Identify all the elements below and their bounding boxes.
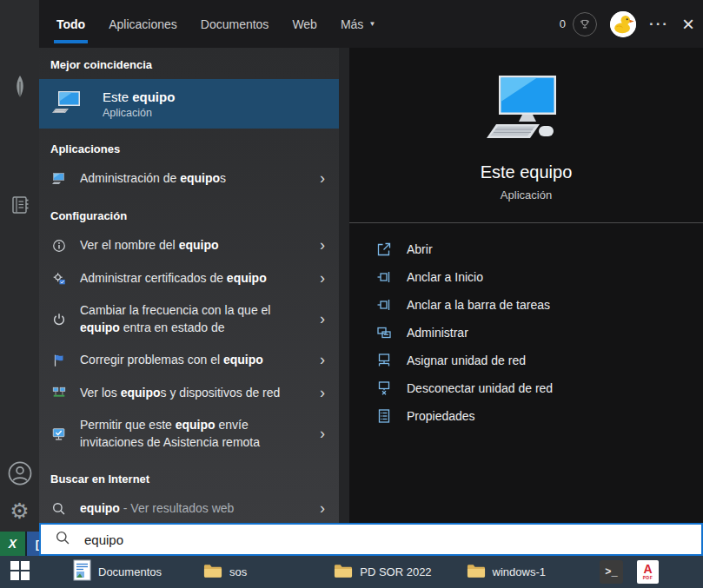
result-item[interactable]: Administración de equipos› xyxy=(39,162,339,195)
result-item[interactable]: Permitir que este equipo envíe invitacio… xyxy=(39,410,339,459)
taskbar-item-label: windows-1 xyxy=(493,565,546,578)
action-label: Anclar a Inicio xyxy=(407,270,483,284)
action-label: Abrir xyxy=(407,242,433,256)
action-label: Propiedades xyxy=(407,409,475,423)
word-icon[interactable]: [ xyxy=(27,532,39,556)
chevron-right-icon[interactable]: › xyxy=(316,426,332,443)
action-anclar-a-la-barra-de-tareas[interactable]: Anclar a la barra de tareas xyxy=(349,291,703,319)
action-abrir[interactable]: Abrir xyxy=(349,235,703,263)
document-icon xyxy=(73,559,91,585)
chevron-right-icon[interactable]: › xyxy=(316,311,332,328)
action-asignar-unidad-de-red[interactable]: Asignar unidad de red xyxy=(349,347,703,374)
tab-label: Documentos xyxy=(201,17,269,31)
taskbar-item-label: PD SOR 2022 xyxy=(360,565,431,578)
rewards-button[interactable]: 0 xyxy=(560,12,597,36)
text-segment: s y dispositivos de red xyxy=(161,386,281,400)
result-item[interactable]: Ver el nombre del equipo› xyxy=(39,229,339,262)
result-item[interactable]: equipo - Ver resultados web› xyxy=(39,492,339,525)
tab-web[interactable]: Web xyxy=(292,0,317,48)
section-header-aplicaciones: Aplicaciones xyxy=(39,129,339,162)
folder-icon xyxy=(467,563,486,582)
more-options-button[interactable]: ··· xyxy=(649,16,669,33)
chevron-right-icon[interactable]: › xyxy=(316,170,332,188)
web-search-icon xyxy=(50,500,68,518)
taskbar-item-pdf-icon[interactable]: APDF xyxy=(637,556,659,588)
taskbar-item-documentos[interactable]: Documentos xyxy=(73,556,162,588)
info-icon xyxy=(50,237,68,254)
tab-aplicaciones[interactable]: Aplicaciones xyxy=(109,0,177,48)
search-flyout-screen: ⚙ TodoAplicacionesDocumentosWebMás▼ 0 ··… xyxy=(0,0,703,588)
map-drive-icon xyxy=(375,352,393,369)
result-item[interactable]: Corregir problemas con el equipo› xyxy=(39,344,339,377)
context-actions-list: AbrirAnclar a InicioAnclar a la barra de… xyxy=(349,235,703,430)
result-item[interactable]: Ver los equipos y dispositivos de red› xyxy=(39,377,339,410)
action-label: Administrar xyxy=(407,326,468,340)
taskbar-item-start-icon[interactable] xyxy=(10,556,30,588)
result-item[interactable]: Administrar certificados de equipo› xyxy=(39,262,339,295)
result-item[interactable]: Cambiar la frecuencia con la que el equi… xyxy=(39,295,339,344)
tab-m-s[interactable]: Más▼ xyxy=(341,0,375,48)
taskbar-item-pd-sor-2022[interactable]: PD SOR 2022 xyxy=(334,556,431,588)
tab-label: Aplicaciones xyxy=(109,17,177,31)
account-icon[interactable] xyxy=(0,460,39,486)
taskbar-item-terminal-icon[interactable]: >_ xyxy=(600,556,623,588)
text-segment: equipo xyxy=(121,386,161,400)
manage-icon xyxy=(375,324,393,341)
result-sections: AplicacionesAdministración de equipos›Co… xyxy=(39,129,339,525)
best-match-title: Este equipo xyxy=(103,89,175,104)
text-segment: Administración de xyxy=(80,171,180,185)
trophy-icon xyxy=(573,12,597,36)
text-segment: equipo xyxy=(180,171,220,185)
filter-tabs: TodoAplicacionesDocumentosWebMás▼ xyxy=(56,0,375,48)
action-label: Desconectar unidad de red xyxy=(407,381,553,395)
text-segment: equipo xyxy=(80,501,120,515)
text-segment: - Ver resultados web xyxy=(120,501,235,515)
taskbar-item-windows-1[interactable]: windows-1 xyxy=(467,556,546,588)
leaf-icon[interactable] xyxy=(0,75,39,99)
preview-subtitle: Aplicación xyxy=(501,188,552,202)
chevron-right-icon[interactable]: › xyxy=(316,237,332,254)
excel-icon[interactable]: X xyxy=(0,532,25,556)
chevron-right-icon[interactable]: › xyxy=(316,352,332,369)
taskbar-item-sos[interactable]: sos xyxy=(203,556,247,588)
chevron-right-icon[interactable]: › xyxy=(316,385,332,402)
text-segment: equipo xyxy=(176,418,216,432)
remote-assistance-icon xyxy=(50,426,68,443)
action-administrar[interactable]: Administrar xyxy=(349,319,703,347)
taskbar-search-box xyxy=(39,523,703,556)
start-icon xyxy=(10,561,30,584)
tab-todo[interactable]: Todo xyxy=(56,0,85,48)
best-match-titles: Este equipo Aplicación xyxy=(103,89,175,119)
pdf-icon: APDF xyxy=(637,560,659,584)
topbar-right-cluster: 0 ··· × xyxy=(560,0,694,48)
action-desconectar-unidad-de-red[interactable]: Desconectar unidad de red xyxy=(349,374,703,402)
tab-documentos[interactable]: Documentos xyxy=(201,0,269,48)
chevron-right-icon[interactable]: › xyxy=(316,270,332,287)
search-input[interactable] xyxy=(83,532,701,548)
preview-divider-line xyxy=(349,222,703,223)
best-match-header: Mejor coincidencia xyxy=(39,48,339,79)
text-segment: equipo xyxy=(80,320,120,334)
section-header-configuraci-n: Configuración xyxy=(39,195,339,229)
result-item-label: Administración de equipos xyxy=(80,170,226,188)
this-pc-large-icon xyxy=(474,74,579,154)
notebook-icon[interactable] xyxy=(0,195,39,215)
account-avatar[interactable] xyxy=(610,11,636,37)
result-item-label: Administrar certificados de equipo xyxy=(80,270,267,287)
settings-icon[interactable]: ⚙ xyxy=(0,499,39,523)
action-propiedades[interactable]: Propiedades xyxy=(349,402,703,430)
result-item-label: Cambiar la frecuencia con la que el equi… xyxy=(80,302,297,337)
disconnect-drive-icon xyxy=(375,380,393,397)
action-label: Anclar a la barra de tareas xyxy=(407,298,550,312)
best-match-item[interactable]: Este equipo Aplicación xyxy=(39,79,339,129)
close-icon[interactable]: × xyxy=(682,16,694,33)
results-panel: Mejor coincidencia Este equipo Aplicació… xyxy=(39,48,339,524)
chevron-right-icon[interactable]: › xyxy=(316,500,332,518)
best-match-subtitle: Aplicación xyxy=(103,107,175,119)
search-filter-bar: TodoAplicacionesDocumentosWebMás▼ 0 ··· … xyxy=(39,0,703,48)
action-anclar-a-inicio[interactable]: Anclar a Inicio xyxy=(349,263,703,291)
open-icon xyxy=(375,241,393,258)
text-segment: Cambiar la frecuencia con la que el xyxy=(80,303,270,317)
text-segment: Permitir que este xyxy=(80,418,176,432)
search-icon xyxy=(55,530,71,550)
